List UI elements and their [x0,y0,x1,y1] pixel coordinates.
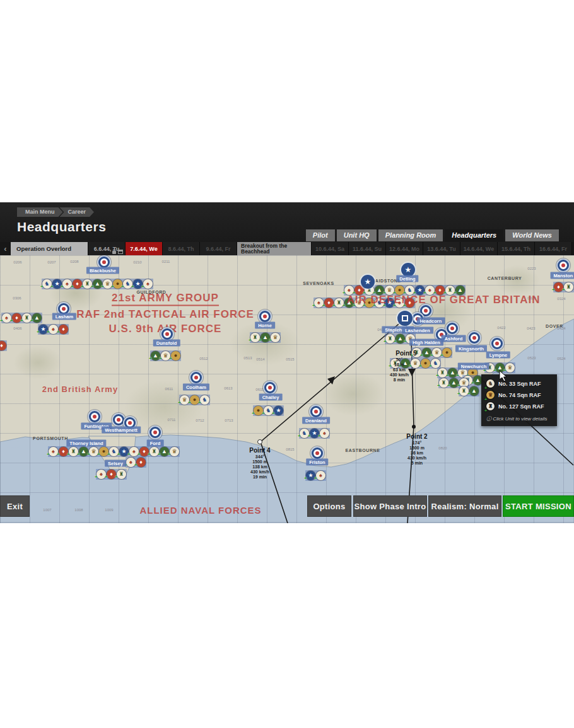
timeline-date-6-6-44-tu[interactable]: 6.6.44, Tu [88,242,125,255]
squadron-emblem[interactable]: ▲ [469,386,479,396]
timeline-date-9-6-44-fr[interactable]: 9.6.44, Fr [200,242,237,255]
squadron-emblem-icon: ♛ [486,391,495,399]
waypoint-details: 174°1500 m36 km430 km/h5 min [407,441,426,466]
region-label-raf-2nd-tactical-air-force: RAF 2nd TACTICAL AIR FORCE [76,308,254,321]
unit-tooltip: ♞No. 33 Sqn RAF♛No. 74 Sqn RAF♜No. 127 S… [481,374,557,426]
squadron-strip: ♦ [0,340,7,351]
squadron-emblem[interactable]: ♦ [59,325,68,334]
squadron-emblem[interactable]: ♦ [0,341,6,350]
timeline-date-13-6-44-tu[interactable]: 13.6.44, Tu [423,242,460,255]
breadcrumb-career[interactable]: Career [60,207,95,217]
waypoint-name-point-4: Point 4 [249,447,270,454]
unit-label-dunsfold[interactable]: Dunsfold [153,340,180,347]
breadcrumb-main-menu[interactable]: Main Menu [17,207,63,217]
options-button[interactable]: Options [307,495,351,517]
timeline-date-10-6-44-sa[interactable]: 10.6.44, Sa [312,242,348,255]
tooltip-unit-row[interactable]: ♜No. 127 Sqn RAF [486,402,552,410]
unit-label-friston[interactable]: Friston [306,459,328,466]
unit-label-kingsnorth[interactable]: Kingsnorth [455,345,487,352]
waypoint-name-point-5: Point 5 [395,350,416,357]
timeline-phase-operation-overlord[interactable]: Operation Overlord [11,242,88,255]
timeline-date-14-6-44-we[interactable]: 14.6.44, We [460,242,497,255]
unit-label-lashenden[interactable]: Lashenden [402,327,433,334]
raf-unit-roundel[interactable] [189,371,203,384]
squadron-emblem[interactable]: ♛ [170,447,179,456]
squadron-strip: ♠♦♜▲ [1,313,42,323]
unit-label-chailey[interactable]: Chailey [259,394,283,401]
exit-button[interactable]: Exit [0,495,30,517]
selected-unit-marker[interactable] [397,311,413,326]
tooltip-unit-row[interactable]: ♛No. 74 Sqn RAF [486,391,552,399]
timeline-prev-arrow[interactable]: ‹ [0,242,11,255]
calendar-icon [118,250,123,254]
squadron-strip: ♠♦♜ [96,469,127,480]
unit-label-headcorn[interactable]: Headcorn [417,318,445,325]
map[interactable]: ♞No. 33 Sqn RAF♛No. 74 Sqn RAF♜No. 127 S… [0,255,574,523]
squadron-emblem[interactable]: ♞ [200,395,209,405]
unit-label-horne[interactable]: Horne [255,322,275,329]
unit-label-ashford[interactable]: Ashford [442,335,466,342]
timeline-date-12-6-44-mo[interactable]: 12.6.44, Mo [386,242,423,255]
squadron-emblem[interactable]: ● [442,348,452,357]
unit-label-coolham[interactable]: Coolham [183,384,209,391]
squadron-emblem[interactable]: ● [171,351,180,361]
waypoint-node [257,439,262,444]
timeline-date-7-6-44-we[interactable]: 7.6.44, We [126,242,162,255]
tab-planning-room[interactable]: Planning Room [378,229,443,241]
squadron-strip: ♛●♞ [179,395,210,405]
timeline-date-15-6-44-th[interactable]: 15.6.44, Th [498,242,534,255]
unit-label-manston[interactable]: Manston [551,272,574,279]
squadron-emblem[interactable]: ♠ [316,471,325,480]
squadron-emblem[interactable]: ♛ [271,333,280,342]
squadron-emblem[interactable]: ▲ [32,313,42,323]
lock-icon [112,251,116,254]
region-label-2nd-british-army: 2nd British Army [42,384,118,394]
raf-unit-roundel[interactable] [263,381,277,395]
raf-unit-roundel[interactable] [467,331,481,345]
unit-label-high-halden[interactable]: High Halden [409,339,443,346]
unit-label-thorney-island[interactable]: Thorney Island [66,440,106,447]
unit-label-selsey[interactable]: Selsey [105,460,126,467]
tooltip-unit-row[interactable]: ♞No. 33 Sqn RAF [486,379,552,388]
unit-label-lympne[interactable]: Lympne [486,352,510,359]
timeline-date-16-6-44-fr[interactable]: 16.6.44, Fr [535,242,571,255]
timeline-date-11-6-44-su[interactable]: 11.6.44, Su [349,242,385,255]
squadron-strip: ★♠♦ [38,324,69,335]
show-phase-intro-button[interactable]: Show Phase Intro [353,495,427,517]
unit-label-blackbushe[interactable]: Blackbushe [86,267,119,274]
realism-button[interactable]: Realism: Normal [428,495,501,517]
squadron-emblem[interactable]: ♜ [564,282,573,292]
us-unit-roundel[interactable]: ★ [361,275,375,289]
tab-pilot[interactable]: Pilot [306,229,335,241]
unit-label-lasham[interactable]: Lasham [52,313,76,320]
squadron-emblem[interactable]: ★ [274,406,283,415]
squadron-emblem[interactable]: ♦ [136,458,146,467]
tab-headquarters[interactable]: Headquarters [445,229,503,241]
raf-unit-roundel[interactable] [148,425,162,439]
timeline-date-8-6-44-th[interactable]: 8.6.44, Th [163,242,199,255]
unit-label-detling[interactable]: Detling [396,275,418,282]
raf-unit-roundel[interactable] [88,410,102,424]
raf-unit-roundel[interactable] [490,337,504,350]
squadron-strip: ♞★♠ [299,428,330,439]
squadron-emblem[interactable]: ♞ [431,359,440,368]
region-label-21st-army-group: 21st ARMY GROUP [112,292,219,306]
unit-label-deanland[interactable]: Deanland [302,417,330,424]
squadron-emblem[interactable]: ♠ [320,429,329,438]
date-icons [112,250,123,254]
timeline-phase-breakout-from-the-beachhead[interactable]: Breakout from the Beachhead [237,242,311,255]
unit-label-westhampnett[interactable]: Westhampnett [102,427,141,434]
raf-unit-roundel[interactable] [445,321,459,335]
game-screen: Main Menu Career Headquarters PilotUnit … [0,202,574,523]
tab-world-news[interactable]: World News [505,229,559,241]
squadron-strip: ♜▲ [459,386,479,396]
unit-label-newchurch[interactable]: Newchurch [458,363,489,370]
raf-unit-roundel[interactable] [556,258,570,272]
squadron-strip: ★♠ [305,470,326,481]
waypoint-name-point-2: Point 2 [406,433,427,440]
squadron-emblem[interactable]: ♠ [143,279,153,289]
unit-label-ford[interactable]: Ford [147,440,164,447]
squadron-emblem[interactable]: ♜ [117,470,126,479]
tab-unit-hq[interactable]: Unit HQ [337,229,377,241]
start-mission-button[interactable]: START MISSION [503,495,574,517]
